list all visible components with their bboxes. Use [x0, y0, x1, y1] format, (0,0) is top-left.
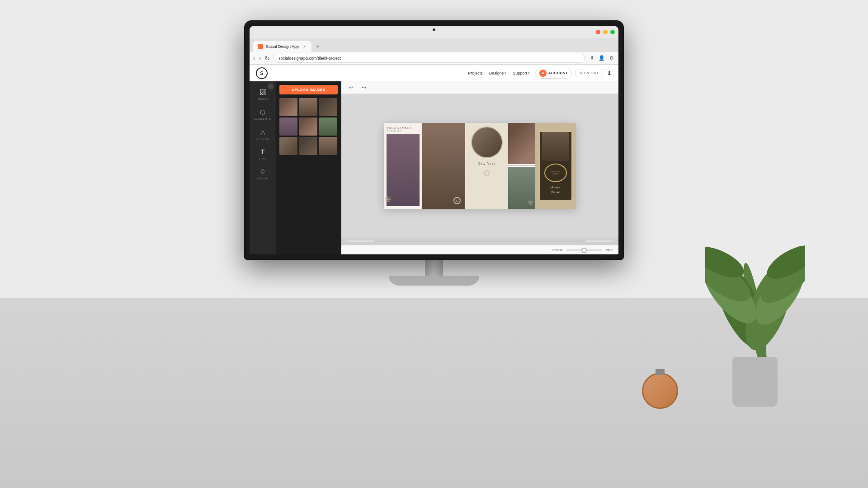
account-label: AccounT [548, 71, 568, 75]
monitor: Social Design App × + ‹ › ↻ socialdesign… [244, 20, 624, 286]
engagement-title: Engagement Session [384, 123, 422, 134]
image-thumb-1[interactable] [279, 98, 297, 116]
sidebar-item-text[interactable]: T TEXT [250, 145, 276, 163]
plant-leaves [705, 226, 805, 371]
design-card-newyork[interactable]: New York ✿ [465, 123, 508, 209]
sidebar-item-elements[interactable]: ⬡ ELEMENTS [250, 105, 276, 123]
image-thumb-3[interactable] [319, 98, 337, 116]
sidebar-item-shapes[interactable]: △ SHAPES [250, 125, 276, 143]
zoom-value: 28% [606, 248, 613, 252]
image-thumb-7[interactable] [279, 137, 297, 155]
elements-icon: ⬡ [258, 108, 267, 117]
sign-out-button[interactable]: SIGN OUT [576, 69, 603, 77]
camera-dot [433, 28, 435, 31]
browser-refresh-btn[interactable]: ↻ [264, 55, 270, 62]
active-tab[interactable]: Social Design App × [253, 41, 311, 52]
url-text: socialdesignapp.com/tiledit-project [278, 56, 341, 61]
monitor-base [389, 276, 479, 286]
logos-icon: © [258, 167, 267, 176]
zoom-thumb [581, 248, 587, 253]
app-header: S Projects Designs ▾ Support ▾ [250, 65, 618, 81]
monitor-screen: Social Design App × + ‹ › ↻ socialdesign… [244, 20, 624, 260]
book-photo [542, 132, 569, 161]
browser-title-bar [250, 26, 618, 38]
zoom-slider[interactable] [566, 249, 602, 251]
header-right: A AccounT SIGN OUT ⬇ [535, 68, 612, 79]
sidebar: × 🖼 IMAGES ⬡ ELEMENTS △ SHAPES [250, 81, 276, 254]
redo-btn[interactable]: ↪ [359, 83, 368, 92]
sidebar-text-label: TEXT [259, 157, 266, 160]
window-minimize-btn[interactable] [603, 30, 608, 34]
images-panel: UPLOAD IMAGES [276, 81, 341, 254]
image-thumb-6[interactable] [319, 117, 337, 136]
window-controls [596, 30, 615, 34]
browser-address-bar: ‹ › ↻ socialdesignapp.com/tiledit-projec… [250, 52, 618, 65]
image-thumb-5[interactable] [299, 117, 317, 136]
canvas-bottom-bar: ZOOM 28% [341, 245, 618, 254]
images-grid [279, 98, 338, 155]
sidebar-shapes-label: SHAPES [256, 137, 269, 140]
newyork-title: New York [477, 162, 495, 166]
perfume-bottle [642, 373, 678, 409]
top-photo [508, 123, 535, 164]
sidebar-close-btn[interactable]: × [268, 83, 274, 89]
floral-decoration-1: ❀ [385, 194, 392, 204]
browser-extensions-icon[interactable]: ⚙ [609, 55, 615, 61]
undo-btn[interactable]: ↩ [347, 83, 356, 92]
plant-decoration [696, 217, 814, 407]
image-thumb-9[interactable] [319, 137, 337, 155]
floral-overlay: ✾ [528, 198, 533, 207]
browser-chrome: Social Design App × + ‹ › ↻ socialdesign… [250, 26, 618, 65]
tab-title: Social Design App [266, 44, 299, 49]
browser-profile-icon[interactable]: 👤 [599, 55, 605, 61]
account-avatar: A [539, 70, 547, 77]
canvas-content[interactable]: Engagement Session ❀ S [341, 94, 618, 238]
logo-letter: S [260, 70, 263, 76]
browser-tabs: Social Design App × + [250, 38, 618, 52]
sidebar-images-label: IMAGES [257, 98, 269, 100]
browser-forward-btn[interactable]: › [259, 55, 261, 62]
designs-arrow: ▾ [505, 71, 506, 75]
watermark: S [453, 197, 461, 204]
header-download-icon[interactable]: ⬇ [607, 70, 612, 77]
support-arrow: ▾ [528, 71, 530, 75]
nav-support[interactable]: Support ▾ [513, 71, 530, 75]
photo-divider [508, 165, 535, 166]
monitor-bezel: Social Design App × + ‹ › ↻ socialdesign… [250, 26, 618, 254]
sidebar-item-logos[interactable]: © LOGOS [250, 164, 276, 183]
sidebar-elements-label: ELEMENTS [255, 117, 271, 120]
text-icon: T [258, 147, 267, 156]
browser-back-btn[interactable]: ‹ [253, 55, 255, 62]
book-now-label: Book Now [550, 185, 561, 195]
design-card-couple[interactable]: S [422, 123, 465, 209]
image-thumb-2[interactable] [299, 98, 317, 116]
design-card-engagement[interactable]: Engagement Session ❀ [384, 123, 422, 209]
monitor-neck [425, 260, 443, 276]
brand-circle: JAMES &SONS [544, 164, 567, 182]
design-card-twophotos[interactable]: ✾ [508, 123, 535, 209]
canvas-area: ↩ ↪ Engagement Session ❀ [341, 81, 618, 254]
design-card-booknow[interactable]: JAMES &SONS Book Now [535, 123, 576, 209]
bottom-photo: ✾ [508, 167, 535, 209]
new-tab-btn[interactable]: + [313, 42, 322, 51]
window-maximize-btn[interactable] [610, 30, 615, 34]
nav-projects[interactable]: Projects [468, 71, 483, 75]
floral-decoration-2: ✿ [483, 168, 491, 178]
account-button[interactable]: A AccounT [535, 68, 572, 79]
nav-designs[interactable]: Designs ▾ [489, 71, 507, 75]
address-bar-input[interactable]: socialdesignapp.com/tiledit-project [274, 54, 585, 63]
browser-download-icon[interactable]: ⬇ [589, 55, 595, 61]
scroll-indicator [373, 240, 586, 242]
upload-images-btn[interactable]: UPLOAD IMAGES [279, 85, 338, 94]
app-logo: S [256, 67, 268, 79]
plant-pot [732, 357, 778, 407]
tab-favicon [258, 44, 263, 49]
sidebar-logos-label: LOGOS [257, 177, 268, 180]
perfume-cap [656, 369, 665, 375]
header-nav: Projects Designs ▾ Support ▾ [468, 71, 530, 75]
window-close-btn[interactable] [596, 30, 600, 34]
canvas-scrollbar[interactable] [347, 240, 613, 242]
tab-close-btn[interactable]: × [302, 44, 307, 49]
image-thumb-4[interactable] [279, 117, 297, 136]
image-thumb-8[interactable] [299, 137, 317, 155]
